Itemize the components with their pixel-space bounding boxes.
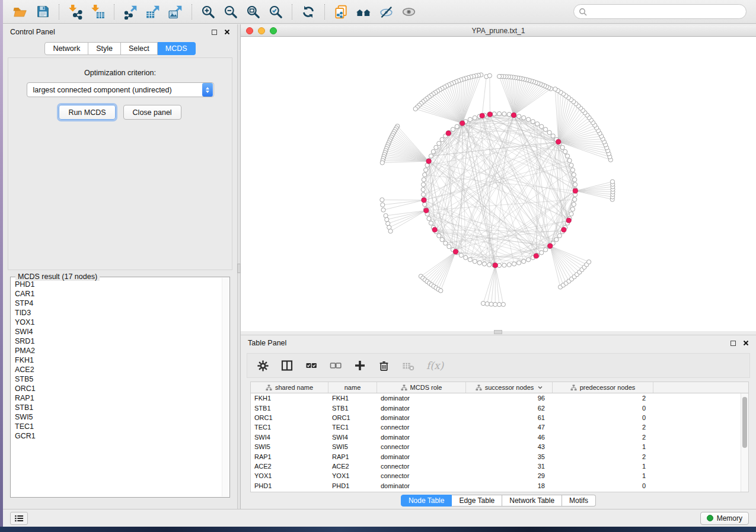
network-window-titlebar[interactable]: YPA_prune.txt_1 bbox=[241, 25, 756, 37]
column-header-name[interactable]: name bbox=[328, 382, 377, 393]
shared-column-icon bbox=[266, 384, 272, 391]
mcds-result-item[interactable]: CAR1 bbox=[11, 289, 221, 299]
mcds-result-item[interactable]: GCR1 bbox=[11, 431, 221, 441]
tab-network-table[interactable]: Network Table bbox=[502, 495, 562, 507]
open-session-button[interactable] bbox=[9, 2, 31, 22]
table-row[interactable]: YOX1YOX1connector291 bbox=[251, 471, 741, 480]
tab-style[interactable]: Style bbox=[88, 42, 121, 55]
select-all-checkboxes-button[interactable] bbox=[305, 359, 318, 372]
hide-selection-button[interactable] bbox=[375, 2, 397, 22]
mcds-result-item[interactable]: TEC1 bbox=[11, 422, 221, 431]
table-cell: dominator bbox=[377, 414, 466, 421]
table-row[interactable]: RAP1RAP1dominator352 bbox=[251, 451, 741, 461]
run-mcds-button[interactable]: Run MCDS bbox=[59, 105, 115, 120]
network-graph-svg[interactable] bbox=[241, 37, 756, 331]
close-panel-icon[interactable] bbox=[743, 340, 749, 346]
table-row[interactable]: ORC1ORC1dominator610 bbox=[251, 413, 741, 422]
splitter-grip[interactable] bbox=[494, 330, 502, 334]
export-image-icon bbox=[168, 4, 183, 20]
delete-table-button[interactable] bbox=[401, 360, 415, 372]
mcds-result-item[interactable]: STP4 bbox=[11, 299, 221, 308]
column-header-predecessor-nodes[interactable]: predecessor nodes bbox=[553, 382, 653, 393]
table-row[interactable]: SWI5SWI5connector431 bbox=[251, 442, 741, 451]
memory-button[interactable]: Memory bbox=[700, 512, 749, 525]
table-row[interactable]: SWI4SWI4dominator462 bbox=[251, 432, 741, 442]
mcds-result-item[interactable]: FKH1 bbox=[11, 355, 221, 365]
tab-network[interactable]: Network bbox=[44, 42, 88, 55]
column-header-successor-nodes[interactable]: successor nodes bbox=[466, 382, 553, 393]
tab-edge-table[interactable]: Edge Table bbox=[452, 495, 502, 507]
column-header-shared-name[interactable]: shared name bbox=[251, 382, 328, 393]
zoom-fit-button[interactable] bbox=[242, 2, 264, 22]
settings-gear-button[interactable] bbox=[257, 360, 269, 372]
maximize-window-button[interactable] bbox=[270, 27, 277, 34]
table-scrollbar[interactable] bbox=[741, 393, 748, 492]
table-cell: dominator bbox=[377, 405, 466, 412]
mcds-result-item[interactable]: STB5 bbox=[11, 374, 221, 384]
float-panel-icon[interactable] bbox=[731, 341, 736, 346]
mcds-result-item[interactable]: ACE2 bbox=[11, 365, 221, 374]
table-row[interactable]: ACE2ACE2connector311 bbox=[251, 462, 741, 471]
zoom-selected-button[interactable] bbox=[264, 2, 287, 22]
mcds-result-item[interactable]: YOX1 bbox=[11, 318, 221, 327]
close-panel-button[interactable]: Close panel bbox=[123, 105, 181, 120]
show-all-button[interactable] bbox=[397, 2, 420, 22]
select-all-checkboxes-icon bbox=[305, 359, 318, 372]
table-cell: YOX1 bbox=[328, 472, 377, 479]
close-panel-icon[interactable] bbox=[224, 29, 230, 35]
table-row[interactable]: FKH1FKH1dominator962 bbox=[251, 393, 741, 403]
search-input[interactable] bbox=[590, 8, 741, 16]
list-menu-icon bbox=[14, 514, 24, 523]
table-cell: SWI4 bbox=[328, 434, 377, 441]
panel-menu-button[interactable] bbox=[10, 512, 28, 525]
split-columns-button[interactable] bbox=[280, 359, 294, 372]
import-network-button[interactable] bbox=[64, 2, 87, 22]
mcds-result-item[interactable]: PHD1 bbox=[11, 280, 221, 289]
mcds-result-list: PHD1CAR1STP4TID3YOX1SWI4SRD1PMA2FKH1ACE2… bbox=[11, 280, 221, 496]
mcds-list-scrollbar[interactable] bbox=[222, 278, 229, 496]
global-search-field[interactable] bbox=[573, 4, 747, 19]
table-cell: 2 bbox=[553, 453, 653, 460]
refresh-layout-button[interactable] bbox=[297, 2, 320, 22]
mcds-result-item[interactable]: PMA2 bbox=[11, 346, 221, 355]
table-cell: PHD1 bbox=[328, 482, 377, 489]
network-canvas[interactable] bbox=[241, 37, 756, 331]
export-network-button[interactable] bbox=[119, 2, 142, 22]
table-cell: FKH1 bbox=[328, 395, 377, 402]
save-session-button[interactable] bbox=[31, 2, 54, 22]
close-window-button[interactable] bbox=[246, 27, 253, 34]
delete-button[interactable] bbox=[378, 360, 390, 372]
tab-mcds[interactable]: MCDS bbox=[158, 42, 196, 55]
table-row[interactable]: STB1STB1dominator620 bbox=[251, 403, 741, 412]
table-row[interactable]: TEC1TEC1connector472 bbox=[251, 422, 741, 432]
mcds-result-item[interactable]: ORC1 bbox=[11, 384, 221, 393]
mcds-result-item[interactable]: SRD1 bbox=[11, 336, 221, 346]
export-image-button[interactable] bbox=[164, 2, 187, 22]
mcds-result-item[interactable]: TID3 bbox=[11, 308, 221, 318]
float-panel-icon[interactable] bbox=[212, 30, 217, 35]
mcds-result-item[interactable]: SWI4 bbox=[11, 327, 221, 336]
function-builder-button[interactable]: f(x) bbox=[426, 360, 444, 371]
control-panel: Control Panel NetworkStyleSelectMCDS Opt… bbox=[3, 24, 237, 509]
tab-motifs[interactable]: Motifs bbox=[562, 495, 596, 507]
import-table-button[interactable] bbox=[87, 2, 109, 22]
duplicate-network-button[interactable] bbox=[330, 2, 352, 22]
optimization-criterion-select[interactable]: largest connected component (undirected) bbox=[27, 82, 214, 97]
tab-node-table[interactable]: Node Table bbox=[401, 495, 452, 507]
mcds-result-item[interactable]: SWI5 bbox=[11, 412, 221, 422]
table-row[interactable]: PHD1PHD1dominator180 bbox=[251, 481, 741, 491]
minimize-window-button[interactable] bbox=[258, 27, 265, 34]
deselect-checkboxes-button[interactable] bbox=[329, 359, 342, 372]
mcds-result-item[interactable]: STB1 bbox=[11, 403, 221, 412]
export-table-button[interactable] bbox=[142, 2, 164, 22]
table-scrollbar-thumb[interactable] bbox=[742, 397, 747, 448]
mcds-result-item[interactable]: RAP1 bbox=[11, 393, 221, 403]
first-neighbors-button[interactable] bbox=[352, 2, 375, 22]
table-cell: 35 bbox=[466, 453, 553, 460]
zoom-out-button[interactable] bbox=[219, 2, 242, 22]
tab-select[interactable]: Select bbox=[121, 42, 158, 55]
column-header-label: shared name bbox=[275, 384, 313, 391]
zoom-in-button[interactable] bbox=[197, 2, 219, 22]
add-column-button[interactable] bbox=[353, 359, 366, 372]
column-header-mcds-role[interactable]: MCDS role bbox=[377, 382, 466, 393]
